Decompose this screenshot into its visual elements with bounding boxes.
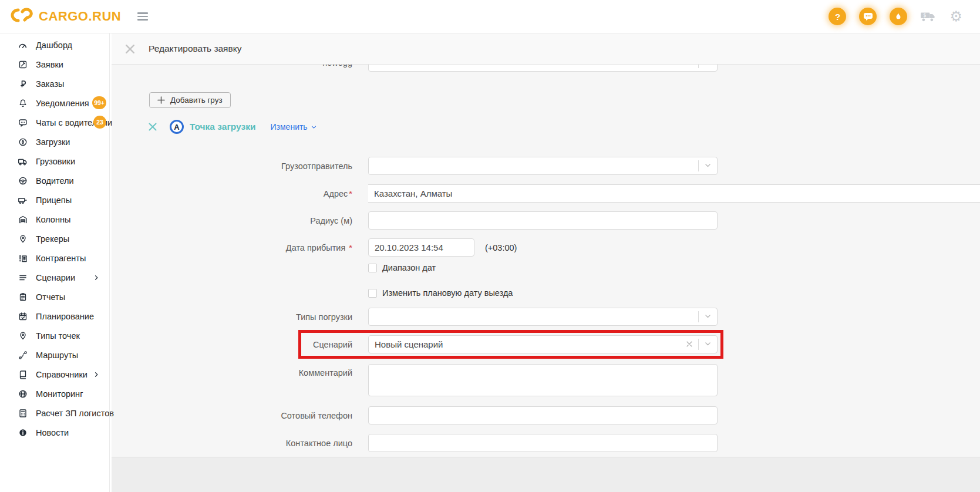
sidebar-item-label: Сценарии <box>36 273 75 282</box>
sidebar-item-label: Маршруты <box>36 351 78 360</box>
sidebar-item-trailers[interactable]: Прицепы <box>0 190 109 210</box>
sidebar-item-contractors[interactable]: Контрагенты <box>0 248 109 268</box>
radius-field[interactable] <box>368 211 718 230</box>
logo[interactable]: CARGO.RUN <box>0 6 121 26</box>
field-label: Сценарий <box>112 340 368 349</box>
sidebar-item-news[interactable]: Новости <box>0 423 109 442</box>
remove-point-icon[interactable] <box>148 122 157 132</box>
sidebar-item-trackers[interactable]: Трекеры <box>0 229 109 248</box>
sidebar-item-requests[interactable]: Заявки <box>0 55 109 74</box>
form-row-arrival-date: Дата прибытия * (+03:00) <box>112 238 980 257</box>
hamburger-icon[interactable] <box>137 12 148 21</box>
timezone-label: (+03:00) <box>485 243 517 252</box>
fire-icon[interactable] <box>890 8 907 25</box>
sidebar-item-label: Новости <box>36 428 69 437</box>
modal-header: Редактировать заявку <box>112 33 980 65</box>
sidebar-item-label: Уведомления <box>36 99 89 108</box>
settings-gear-icon[interactable]: ⚙ <box>949 9 962 23</box>
sidebar-item-label: Типы точек <box>36 331 80 341</box>
sidebar-item-directories[interactable]: Справочники <box>0 365 109 384</box>
field-label: Радиус (м) <box>112 216 368 225</box>
arrival-date-input[interactable] <box>369 239 474 256</box>
trailer-icon <box>18 196 28 205</box>
phone-field[interactable] <box>368 406 718 424</box>
svg-text:$: $ <box>924 12 927 18</box>
partial-select[interactable] <box>368 65 718 72</box>
close-icon[interactable] <box>124 43 136 55</box>
field-label: Комментарий <box>112 364 368 378</box>
info-icon <box>18 428 28 437</box>
main-content: Редактировать заявку newegg Добавить гру… <box>112 33 980 492</box>
sidebar-item-label: Прицепы <box>36 196 72 205</box>
sidebar-item-scenarios[interactable]: Сценарии <box>0 268 109 287</box>
field-label: Типы погрузки <box>112 312 368 322</box>
sidebar-item-driver-chats[interactable]: Чаты с водителями 23 <box>0 113 109 132</box>
sidebar-item-label: Дашборд <box>36 41 72 50</box>
loading-types-select[interactable] <box>368 308 718 326</box>
bell-icon <box>18 99 28 108</box>
sidebar-item-monitoring[interactable]: Мониторинг <box>0 384 109 403</box>
address-field[interactable] <box>368 184 980 203</box>
support-chat-icon[interactable] <box>859 8 877 25</box>
sidebar-item-label: Колонны <box>36 215 70 224</box>
consignor-select[interactable] <box>368 157 718 175</box>
point-title: Точка загрузки <box>190 122 256 132</box>
brand-name: CARGO.RUN <box>39 9 121 24</box>
sidebar-item-label: Заявки <box>36 60 63 69</box>
clear-icon[interactable] <box>686 339 693 349</box>
sidebar-item-columns[interactable]: Колонны <box>0 210 109 229</box>
form-row-partial: newegg <box>112 65 980 72</box>
garage-icon <box>18 215 28 224</box>
chevron-down-icon[interactable] <box>704 65 712 68</box>
add-cargo-label: Добавить груз <box>170 96 223 105</box>
change-point-link[interactable]: Изменить <box>271 122 317 132</box>
book-icon <box>18 370 28 379</box>
chevron-down-icon[interactable] <box>704 339 712 349</box>
chevron-right-icon <box>93 274 100 281</box>
contact-field[interactable] <box>368 434 718 452</box>
dashboard-icon <box>18 40 28 50</box>
add-cargo-button[interactable]: Добавить груз <box>149 92 231 108</box>
sidebar-item-routes[interactable]: Маршруты <box>0 345 109 365</box>
sidebar-item-trucks[interactable]: Грузовики <box>0 151 109 171</box>
field-label: Сотовый телефон <box>112 411 368 420</box>
scenario-select[interactable]: Новый сценарий <box>368 335 718 353</box>
help-icon[interactable]: ? <box>829 8 846 25</box>
date-range-checkbox-row: Диапазон дат <box>368 263 980 272</box>
sidebar-item-reports[interactable]: Отчеты <box>0 287 109 306</box>
change-link-label: Изменить <box>271 122 308 132</box>
field-label: Дата прибытия * <box>112 243 368 252</box>
contact-input[interactable] <box>369 434 717 451</box>
truck-pay-icon[interactable]: $ <box>920 11 937 22</box>
sidebar-item-dashboard[interactable]: Дашборд <box>0 35 109 55</box>
chevron-down-icon[interactable] <box>704 312 712 322</box>
sidebar-item-point-types[interactable]: Типы точек <box>0 326 109 345</box>
phone-input[interactable] <box>369 407 717 424</box>
sidebar-item-label: Справочники <box>36 370 87 379</box>
chevron-down-icon[interactable] <box>704 161 712 171</box>
top-header: CARGO.RUN ? $ ⚙ <box>0 0 980 33</box>
form-row-scenario: Сценарий Новый сценарий <box>112 335 980 353</box>
calculator-icon <box>18 409 28 418</box>
field-label: Грузоотправитель <box>112 161 368 171</box>
sidebar-item-loads[interactable]: Загрузки <box>0 132 109 151</box>
field-label: Адрес* <box>112 189 368 198</box>
sidebar-item-salary-calc[interactable]: Расчет ЗП логистов <box>0 403 109 423</box>
address-input[interactable] <box>368 185 980 202</box>
radius-input[interactable] <box>369 212 717 229</box>
chevron-right-icon <box>93 371 100 378</box>
sidebar-item-planning[interactable]: Планирование <box>0 306 109 326</box>
arrival-date-field[interactable] <box>368 238 474 257</box>
logo-icon <box>8 6 33 26</box>
sidebar-item-orders[interactable]: Заказы <box>0 74 109 93</box>
sidebar-item-drivers[interactable]: Водители <box>0 171 109 190</box>
form-row-phone: Сотовый телефон <box>112 406 980 424</box>
globe-icon <box>18 389 28 399</box>
sidebar-item-label: Загрузки <box>36 137 70 147</box>
list-icon <box>18 273 28 282</box>
field-label: newegg <box>112 65 368 68</box>
date-range-checkbox[interactable] <box>368 264 377 272</box>
sidebar-item-notifications[interactable]: Уведомления 99+ <box>0 93 109 113</box>
change-planned-date-checkbox[interactable] <box>368 289 377 298</box>
comment-textarea[interactable] <box>368 364 718 396</box>
